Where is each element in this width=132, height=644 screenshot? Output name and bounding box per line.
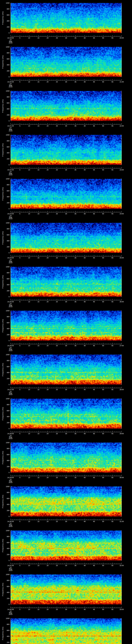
y-axis-title: Frequency (Hz) bbox=[2, 53, 4, 71]
y-tick-label: 0 bbox=[4, 120, 10, 122]
y-tick-label: 200 bbox=[4, 114, 10, 116]
x-axis-8 bbox=[10, 343, 122, 344]
y-tick-label: 0 bbox=[4, 296, 10, 298]
date-line: 2015 bbox=[3, 306, 18, 308]
y-tick-label: 0 bbox=[4, 208, 10, 210]
y-tick-label: 600 bbox=[4, 14, 10, 16]
y-tick-label: 400 bbox=[4, 64, 10, 66]
y-tick-label: 600 bbox=[4, 366, 10, 368]
y-tick-label: 0 bbox=[4, 32, 10, 34]
spectrogram-canvas-7 bbox=[10, 267, 122, 297]
y-tick-label: 1000 bbox=[4, 266, 10, 268]
y-tick-label: 1000 bbox=[4, 310, 10, 312]
y-tick-label: 600 bbox=[4, 586, 10, 587]
spectrogram-canvas-10 bbox=[10, 399, 122, 429]
y-tick-label: 400 bbox=[4, 328, 10, 330]
y-axis-title: Frequency (Hz) bbox=[2, 185, 4, 203]
y-tick-label: 0 bbox=[4, 604, 10, 605]
y-tick-label: 200 bbox=[4, 466, 10, 468]
spectrogram-panel-3: Frequency (Hz)0200400600800100014:21:005… bbox=[0, 88, 132, 132]
date-line: 2015 bbox=[3, 86, 18, 88]
spectrogram-panel-2: Frequency (Hz)0200400600800100014:20:005… bbox=[0, 44, 132, 88]
y-tick-label: 800 bbox=[4, 580, 10, 581]
y-axis-title: Frequency (Hz) bbox=[2, 141, 4, 159]
y-axis-title: Frequency (Hz) bbox=[2, 405, 4, 423]
spectrogram-panel-12: Frequency (Hz)0200400600800100014:30:005… bbox=[0, 484, 132, 528]
y-tick-label: 800 bbox=[4, 272, 10, 274]
y-tick-label: 400 bbox=[4, 416, 10, 418]
y-tick-label: 600 bbox=[4, 58, 10, 60]
y-tick-label: 0 bbox=[4, 340, 10, 342]
y-tick-label: 200 bbox=[4, 246, 10, 248]
date-line: 2015 bbox=[3, 438, 18, 439]
y-tick-label: 400 bbox=[4, 108, 10, 110]
x-axis-5 bbox=[10, 211, 122, 212]
x-end-time-label: 26:00 bbox=[114, 301, 130, 302]
spectrogram-panel-14: Frequency (Hz)0200400600800100014:32:005… bbox=[0, 572, 132, 616]
spectrogram-panel-11: Frequency (Hz)0200400600800100014:29:005… bbox=[0, 440, 132, 484]
y-tick-label: 200 bbox=[4, 158, 10, 160]
x-end-time-label: 31:00 bbox=[114, 520, 130, 522]
y-tick-label: 200 bbox=[4, 26, 10, 28]
spectrogram-panel-4: Frequency (Hz)0200400600800100014:22:005… bbox=[0, 132, 132, 176]
spectrogram-panel-8: Frequency (Hz)0200400600800100014:26:005… bbox=[0, 308, 132, 352]
y-tick-label: 200 bbox=[4, 598, 10, 599]
y-axis-title: Frequency (Hz) bbox=[2, 9, 4, 27]
y-tick-label: 1000 bbox=[4, 398, 10, 400]
y-axis-title: Frequency (Hz) bbox=[2, 229, 4, 247]
spectrogram-panel-15: Frequency (Hz)0200400600800100014:33:005… bbox=[0, 616, 132, 644]
y-tick-label: 800 bbox=[4, 448, 10, 450]
y-tick-label: 200 bbox=[4, 554, 10, 556]
y-tick-label: 0 bbox=[4, 516, 10, 517]
date-line: 2015 bbox=[3, 570, 18, 571]
y-tick-label: 200 bbox=[4, 378, 10, 380]
y-tick-label: 600 bbox=[4, 542, 10, 544]
spectrogram-panel-10: Frequency (Hz)0200400600800100014:28:005… bbox=[0, 396, 132, 440]
spectrogram-canvas-6 bbox=[10, 223, 122, 253]
date-line: 2015 bbox=[3, 174, 18, 176]
y-tick-label: 600 bbox=[4, 410, 10, 412]
y-tick-label: 400 bbox=[4, 548, 10, 549]
y-tick-label: 1000 bbox=[4, 354, 10, 356]
spectrogram-canvas-2 bbox=[10, 47, 122, 77]
y-tick-label: 1000 bbox=[4, 222, 10, 224]
x-end-time-label: 23:00 bbox=[114, 169, 130, 171]
y-tick-label: 1000 bbox=[4, 90, 10, 92]
y-axis-title: Frequency (Hz) bbox=[2, 580, 4, 598]
y-tick-label: 800 bbox=[4, 52, 10, 54]
spectrogram-canvas-9 bbox=[10, 354, 122, 384]
y-tick-label: 600 bbox=[4, 190, 10, 192]
y-tick-label: 600 bbox=[4, 454, 10, 456]
spectrogram-canvas-15 bbox=[10, 618, 122, 644]
y-tick-label: 200 bbox=[4, 510, 10, 511]
date-line: 2015 bbox=[3, 262, 18, 264]
y-tick-label: 600 bbox=[4, 146, 10, 148]
x-axis-13 bbox=[10, 563, 122, 564]
y-tick-label: 400 bbox=[4, 592, 10, 593]
y-tick-label: 200 bbox=[4, 422, 10, 424]
y-tick-label: 800 bbox=[4, 96, 10, 98]
x-axis-14 bbox=[10, 607, 122, 608]
spectrogram-canvas-8 bbox=[10, 311, 122, 341]
y-tick-label: 800 bbox=[4, 624, 10, 625]
x-axis-3 bbox=[10, 123, 122, 124]
x-axis-1 bbox=[10, 35, 122, 36]
date-line: 2015 bbox=[3, 482, 18, 483]
y-tick-label: 400 bbox=[4, 152, 10, 154]
y-tick-label: 600 bbox=[4, 102, 10, 104]
x-axis-11 bbox=[10, 475, 122, 476]
y-tick-label: 800 bbox=[4, 360, 10, 362]
y-tick-label: 1000 bbox=[4, 618, 10, 619]
spectrogram-stack: Frequency (Hz)0200400600800100014:19:005… bbox=[0, 0, 132, 644]
y-tick-label: 1000 bbox=[4, 178, 10, 180]
date-line: 2015 bbox=[3, 394, 18, 395]
y-tick-label: 1000 bbox=[4, 442, 10, 444]
x-axis-7 bbox=[10, 299, 122, 300]
x-end-time-label: 32:00 bbox=[114, 565, 130, 566]
y-tick-label: 0 bbox=[4, 76, 10, 78]
y-tick-label: 400 bbox=[4, 636, 10, 637]
y-tick-label: 1000 bbox=[4, 2, 10, 4]
y-tick-label: 400 bbox=[4, 240, 10, 242]
x-axis-12 bbox=[10, 519, 122, 520]
spectrogram-panel-9: Frequency (Hz)0200400600800100014:27:005… bbox=[0, 352, 132, 396]
